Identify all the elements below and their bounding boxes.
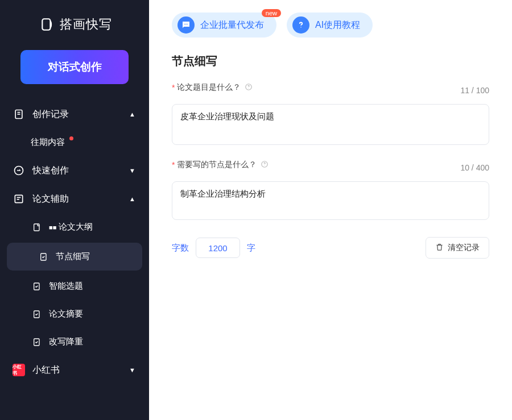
svg-point-14: [185, 24, 187, 25]
sidebar-item-smart-topic[interactable]: 智能选题: [0, 272, 149, 300]
sidebar-section-thesis-assist[interactable]: 论文辅助 ▲: [0, 185, 149, 213]
sidebar-item-rewrite[interactable]: 改写降重: [0, 328, 149, 356]
pill-ai-tutorial[interactable]: AI使用教程: [287, 13, 373, 38]
required-mark: *: [172, 83, 175, 92]
clear-label: 清空记录: [448, 243, 480, 253]
sidebar-section-creation-record[interactable]: 创作记录 ▲: [0, 100, 149, 128]
char-counter: 10 / 400: [460, 163, 489, 172]
char-counter: 11 / 100: [460, 86, 489, 95]
svg-rect-0: [42, 19, 50, 30]
sidebar-item-label: 改写降重: [49, 336, 83, 347]
pill-enterprise-publish[interactable]: 企业批量代发布 new: [172, 13, 276, 38]
list-icon: [13, 193, 25, 205]
chat-icon: [177, 16, 195, 34]
sidebar-section-label: 小红书: [32, 364, 60, 376]
sidebar-section-label: 快速创作: [32, 165, 69, 177]
sidebar-item-label: 往期内容: [31, 137, 65, 148]
page-title: 节点细写: [172, 53, 489, 69]
chevron-down-icon: ▼: [129, 367, 135, 373]
thesis-title-input[interactable]: [172, 104, 489, 145]
pill-label: 企业批量代发布: [200, 19, 264, 31]
svg-rect-8: [34, 224, 39, 231]
svg-point-13: [184, 24, 185, 25]
crown-icon: [13, 164, 25, 177]
document-icon: [13, 108, 25, 120]
help-icon[interactable]: [261, 160, 269, 170]
svg-point-20: [265, 165, 265, 165]
new-badge: new: [262, 9, 281, 17]
sidebar-item-past-content[interactable]: 往期内容: [0, 128, 149, 156]
chevron-up-icon: ▲: [129, 111, 135, 118]
chevron-down-icon: ▼: [129, 167, 135, 174]
node-topic-input[interactable]: [172, 181, 489, 220]
svg-point-16: [300, 27, 302, 28]
svg-point-18: [249, 88, 249, 88]
logo-icon: [40, 17, 55, 32]
question-icon: [292, 16, 309, 34]
word-count-label: 字数: [172, 243, 189, 253]
trash-icon: [435, 243, 444, 253]
note-icon: [32, 281, 42, 292]
note-check-icon: [39, 252, 49, 262]
sidebar-nav: 创作记录 ▲ 往期内容 快速创作 ▼ 论文辅助 ▲ ■■ 论文大纲 节点细写: [0, 100, 149, 420]
word-unit-label: 字: [247, 243, 255, 253]
sidebar-item-label: 论文大纲: [59, 222, 93, 232]
field-label-node: * 需要写的节点是什么？: [172, 160, 269, 170]
field-label-title: * 论文题目是什么？: [172, 82, 253, 93]
sidebar-section-label: 论文辅助: [32, 193, 69, 205]
sidebar-section-quick-create[interactable]: 快速创作 ▼: [0, 156, 149, 185]
sidebar-item-outline[interactable]: ■■ 论文大纲: [0, 213, 149, 241]
clear-history-button[interactable]: 清空记录: [426, 237, 489, 259]
note-icon: [32, 337, 42, 347]
sidebar-item-label: 节点细写: [56, 251, 90, 262]
word-count-input[interactable]: [196, 238, 240, 258]
sidebar-item-label: 智能选题: [49, 281, 83, 292]
dialog-create-button[interactable]: 对话式创作: [20, 50, 129, 84]
note-icon: [32, 309, 42, 319]
sidebar-item-label: 论文摘要: [49, 309, 83, 319]
required-mark: *: [172, 160, 175, 169]
note-icon: [32, 222, 42, 232]
pill-label: AI使用教程: [315, 19, 360, 31]
svg-point-15: [187, 24, 188, 25]
sidebar-section-xiaohongshu[interactable]: 小红书 小红书 ▼: [0, 356, 149, 384]
xiaohongshu-icon: 小红书: [13, 364, 25, 376]
app-logo: 搭画快写: [0, 0, 149, 50]
sidebar-item-node-detail[interactable]: 节点细写: [7, 243, 142, 271]
top-pill-bar: 企业批量代发布 new AI使用教程: [149, 0, 512, 47]
sidebar-section-label: 创作记录: [32, 109, 69, 120]
sidebar-item-abstract[interactable]: 论文摘要: [0, 300, 149, 328]
chevron-up-icon: ▲: [129, 196, 135, 202]
icon-prefix: ■■: [49, 224, 56, 231]
app-name: 搭画快写: [60, 16, 112, 33]
help-icon[interactable]: [245, 83, 253, 93]
